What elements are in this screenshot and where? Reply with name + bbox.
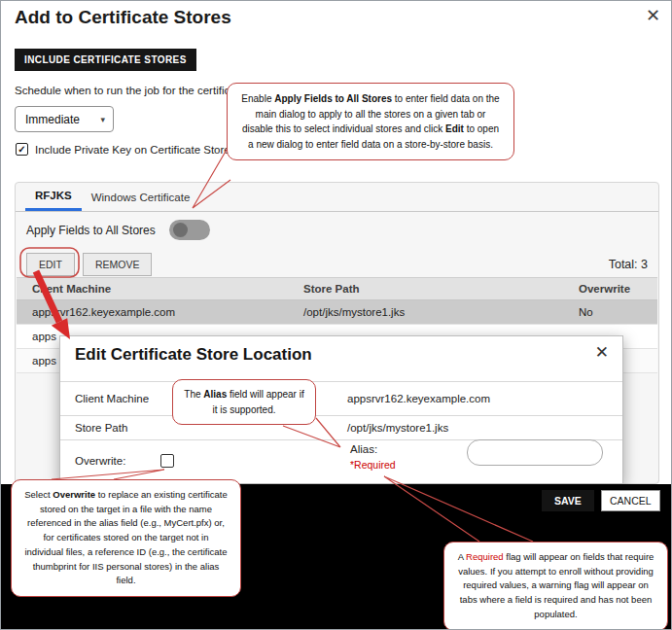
cell-client-machine: appsrvr162.keyexample.com [17,306,288,318]
schedule-selected-value: Immediate [25,113,80,126]
edit-button[interactable]: EDIT [26,253,75,276]
total-count: Total: 3 [609,258,648,271]
check-icon: ✓ [18,145,25,155]
include-private-key-checkbox[interactable]: ✓ [16,143,28,156]
client-machine-label: Client Machine [75,393,149,404]
col-header-store-path: Store Path [288,283,563,295]
remove-button[interactable]: REMOVE [83,253,153,276]
schedule-select[interactable]: Immediate ▾ [15,106,114,132]
table-row[interactable]: appsrvr162.keyexample.com /opt/jks/mysto… [17,300,657,325]
overwrite-label: Overwrite: [75,455,125,467]
table-header-row: Client Machine Store Path Overwrite [17,277,657,300]
required-flag: *Required [350,459,396,471]
alias-label: Alias: [350,443,377,455]
save-button[interactable]: SAVE [542,490,594,511]
store-path-label: Store Path [75,422,127,434]
apply-fields-label: Apply Fields to All Stores [26,224,156,237]
add-to-certificate-stores-dialog: Add to Certificate Stores ✕ INCLUDE CERT… [0,0,672,630]
tab-strip: RFJKS Windows Certificate [16,183,658,212]
client-machine-value: appsrvr162.keyexample.com [347,393,490,404]
tab-rfjks[interactable]: RFJKS [25,183,82,211]
divider [60,415,622,416]
apply-fields-toggle[interactable] [169,220,210,240]
toggle-knob [173,223,188,237]
divider [60,381,622,382]
callout-required: A Required flag will appear on fields th… [443,542,668,630]
include-private-key-label: Include Private Key on Certificate Store… [35,144,235,156]
cell-store-path: /opt/jks/mystore1.jks [288,306,563,318]
cell-overwrite: No [563,306,657,318]
dialog-title: Edit Certificate Store Location [75,345,312,365]
include-certificate-stores-button[interactable]: INCLUDE CERTIFICATE STORES [15,49,196,71]
page-title: Add to Certificate Stores [15,7,231,28]
callout-overwrite: Select Overwrite to replace an existing … [11,479,241,597]
close-icon[interactable]: ✕ [646,5,660,26]
store-path-value: /opt/jks/mystore1.jks [347,422,448,434]
col-header-overwrite: Overwrite [563,283,657,295]
tab-windows-certificate[interactable]: Windows Certificate [82,183,200,211]
chevron-down-icon: ▾ [100,115,105,124]
col-header-client-machine: Client Machine [17,283,288,295]
overwrite-checkbox[interactable] [160,454,174,468]
callout-alias: The Alias field will appear if it is sup… [172,379,316,425]
edit-certificate-store-location-dialog: Edit Certificate Store Location ✕ Client… [59,335,623,484]
callout-apply-fields: Enable Apply Fields to All Stores to ent… [227,83,514,160]
close-icon[interactable]: ✕ [595,342,609,363]
schedule-label: Schedule when to run the job for the cer… [15,85,245,96]
alias-input[interactable] [467,439,603,466]
cancel-button[interactable]: CANCEL [601,490,660,511]
